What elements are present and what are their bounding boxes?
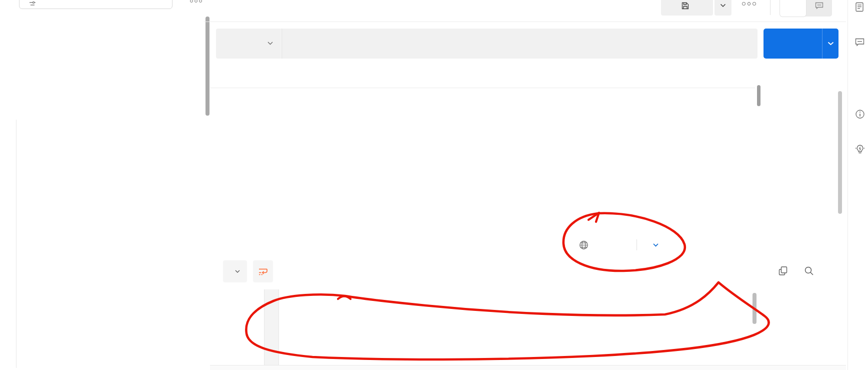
code-scrollbar[interactable]	[752, 293, 756, 324]
response-view-toolbar	[216, 260, 273, 282]
save-icon	[682, 2, 689, 10]
divider	[204, 22, 846, 22]
breadcrumb	[222, 1, 236, 9]
sidebar-more-options-icon[interactable]	[190, 0, 202, 3]
language-select[interactable]	[223, 260, 247, 282]
save-button[interactable]	[661, 0, 713, 16]
tree-indent-guide	[16, 120, 16, 368]
divider	[770, 0, 770, 15]
save-dropdown-button[interactable]	[714, 0, 732, 16]
sidebar-search-input[interactable]	[19, 0, 172, 9]
edit-comment-toggle	[780, 0, 832, 17]
response-meta	[579, 235, 658, 254]
fold-gutter	[264, 289, 279, 365]
comments-icon[interactable]	[855, 38, 864, 47]
response-body-editor[interactable]	[210, 289, 751, 365]
chevron-down-icon	[268, 42, 273, 45]
wrap-text-button[interactable]	[253, 260, 273, 282]
bottom-strip	[210, 365, 846, 370]
send-button[interactable]	[764, 29, 838, 59]
send-dropdown-button[interactable]	[822, 42, 838, 46]
sidebar	[0, 0, 204, 370]
table-scrollbar[interactable]	[757, 85, 760, 106]
pane-scrollbar[interactable]	[838, 91, 842, 214]
documentation-icon[interactable]	[855, 2, 864, 12]
right-rail	[848, 0, 868, 370]
edit-mode-button[interactable]	[780, 0, 806, 17]
info-icon[interactable]	[855, 109, 865, 119]
postman-app	[0, 0, 868, 370]
request-more-options-icon[interactable]	[742, 2, 756, 6]
sidebar-scrollbar[interactable]	[206, 17, 210, 116]
lightbulb-bolt-icon[interactable]	[855, 144, 865, 155]
annotation-status-arrowhead	[588, 213, 599, 222]
comment-button[interactable]	[806, 0, 832, 17]
method-select[interactable]	[216, 29, 281, 59]
globe-icon	[579, 240, 588, 250]
headers-table	[210, 88, 755, 88]
save-response-button[interactable]	[649, 243, 658, 247]
copy-response-icon[interactable]	[778, 266, 788, 276]
search-response-icon[interactable]	[804, 266, 814, 276]
url-input[interactable]	[282, 29, 758, 59]
filter-icon	[29, 1, 36, 7]
